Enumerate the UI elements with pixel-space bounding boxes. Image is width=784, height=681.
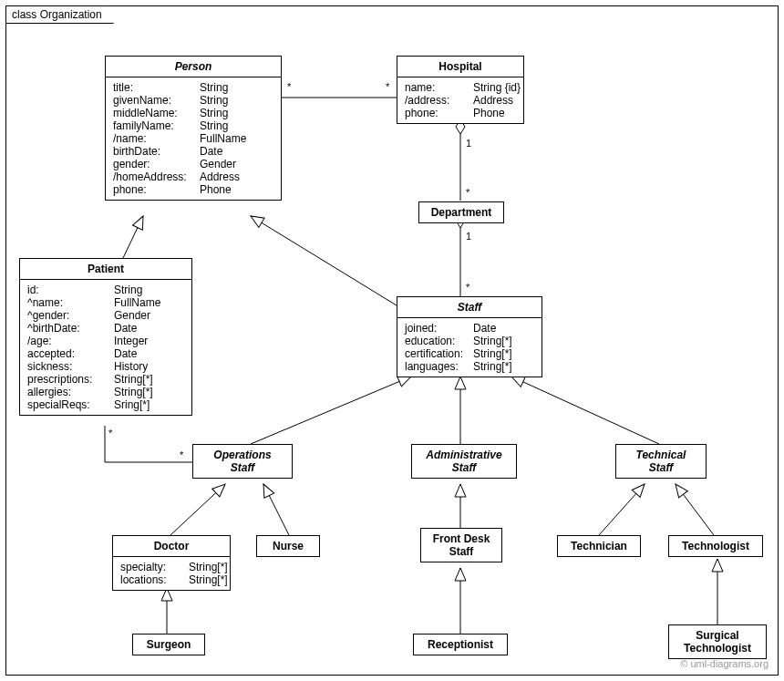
class-surgeon: Surgeon [132,634,205,655]
attribute-row: specialty:String[*] [120,561,222,573]
class-staff: Staff joined:Dateeducation:String[*]cert… [397,296,542,377]
attribute-type: String [200,81,228,94]
mult-patient-ops-right: * [180,449,183,460]
attribute-type: String [200,119,228,132]
attribute-row: joined:Date [405,322,534,335]
attribute-row: ^gender:Gender [27,309,184,322]
class-hospital-body: name:String {id}/address:Addressphone:Ph… [397,77,523,123]
attribute-type: String[*] [114,386,153,398]
attribute-name: prescriptions: [27,373,114,386]
watermark: © uml-diagrams.org [680,658,769,669]
attribute-row: id:String [27,284,184,296]
attribute-row: specialReqs:Sring[*] [27,398,184,411]
attribute-name: locations: [120,573,189,586]
attribute-row: sickness:History [27,360,184,373]
class-surgical-technologist: SurgicalTechnologist [668,624,767,659]
svg-line-3 [123,216,143,258]
attribute-type: Sring[*] [114,398,150,411]
class-technician: Technician [557,535,641,557]
attribute-name: certification: [405,347,473,360]
attribute-type: String {id} [473,81,521,94]
mult-dept-staff-top: 1 [466,231,471,242]
mult-dept-staff-bot: * [466,282,469,293]
attribute-type: Date [114,322,137,335]
class-patient: Patient id:String^name:FullName^gender:G… [19,258,192,416]
attribute-row: ^birthDate:Date [27,322,184,335]
class-doctor-body: specialty:String[*]locations:String[*] [113,557,230,590]
class-department: Department [418,201,504,223]
attribute-name: joined: [405,322,473,335]
attribute-name: ^name: [27,296,114,309]
svg-line-7 [511,377,659,444]
attribute-type: String [114,284,142,296]
class-nurse-name: Nurse [257,536,319,556]
attribute-row: /address:Address [405,94,516,107]
attribute-row: prescriptions:String[*] [27,373,184,386]
attribute-name: phone: [405,107,473,119]
attribute-name: sickness: [27,360,114,373]
class-technical-staff: TechnicalStaff [615,444,707,479]
attribute-row: education:String[*] [405,335,534,347]
svg-line-5 [251,377,411,444]
class-front-desk-staff-name: Front DeskStaff [421,529,501,562]
attribute-row: /age:Integer [27,335,184,347]
attribute-name: birthDate: [113,145,200,158]
mult-person-hospital-left: * [287,81,291,92]
attribute-name: gender: [113,158,200,170]
attribute-name: specialReqs: [27,398,114,411]
mult-person-hospital-right: * [386,81,389,92]
attribute-row: allergies:String[*] [27,386,184,398]
class-technician-name: Technician [558,536,640,556]
attribute-type: Phone [473,107,505,119]
class-staff-name: Staff [397,297,542,318]
attribute-type: String [200,107,228,119]
class-hospital-name: Hospital [397,57,523,77]
attribute-name: familyName: [113,119,200,132]
class-surgical-technologist-name: SurgicalTechnologist [669,625,766,658]
attribute-row: ^name:FullName [27,296,184,309]
attribute-type: Integer [114,335,148,347]
class-operations-staff: OperationsStaff [192,444,293,479]
frame-label: class Organization [5,5,114,24]
class-person-body: title:StringgivenName:StringmiddleName:S… [106,77,281,200]
class-receptionist: Receptionist [413,634,508,655]
attribute-row: /name:FullName [113,132,273,145]
attribute-name: title: [113,81,200,94]
attribute-type: History [114,360,148,373]
attribute-type: Date [114,347,137,360]
attribute-row: accepted:Date [27,347,184,360]
attribute-type: Date [200,145,222,158]
mult-patient-ops-left: * [108,428,112,439]
attribute-name: /name: [113,132,200,145]
package-frame: class Organization [5,5,779,676]
class-person: Person title:StringgivenName:Stringmiddl… [105,56,282,201]
attribute-type: Address [200,170,240,183]
attribute-row: /homeAddress:Address [113,170,273,183]
attribute-name: id: [27,284,114,296]
attribute-row: birthDate:Date [113,145,273,158]
class-administrative-staff-name: AdministrativeStaff [412,445,516,478]
class-operations-staff-name: OperationsStaff [193,445,292,478]
attribute-name: accepted: [27,347,114,360]
class-technologist-name: Technologist [669,536,762,556]
attribute-type: FullName [200,132,246,145]
class-doctor-name: Doctor [113,536,230,557]
class-hospital: Hospital name:String {id}/address:Addres… [397,56,524,124]
svg-line-9 [263,484,289,535]
attribute-name: /homeAddress: [113,170,200,183]
attribute-name: specialty: [120,561,189,573]
class-nurse: Nurse [256,535,320,557]
attribute-row: phone:Phone [405,107,516,119]
svg-line-11 [599,484,645,535]
attribute-row: gender:Gender [113,158,273,170]
attribute-type: String[*] [473,335,512,347]
attribute-row: languages:String[*] [405,360,534,373]
svg-line-8 [170,484,225,535]
mult-hosp-dept-bot: * [466,187,469,198]
svg-line-12 [676,484,714,535]
class-surgeon-name: Surgeon [133,635,204,655]
attribute-name: allergies: [27,386,114,398]
attribute-row: givenName:String [113,94,273,107]
attribute-type: Gender [114,309,150,322]
attribute-type: String[*] [473,360,512,373]
